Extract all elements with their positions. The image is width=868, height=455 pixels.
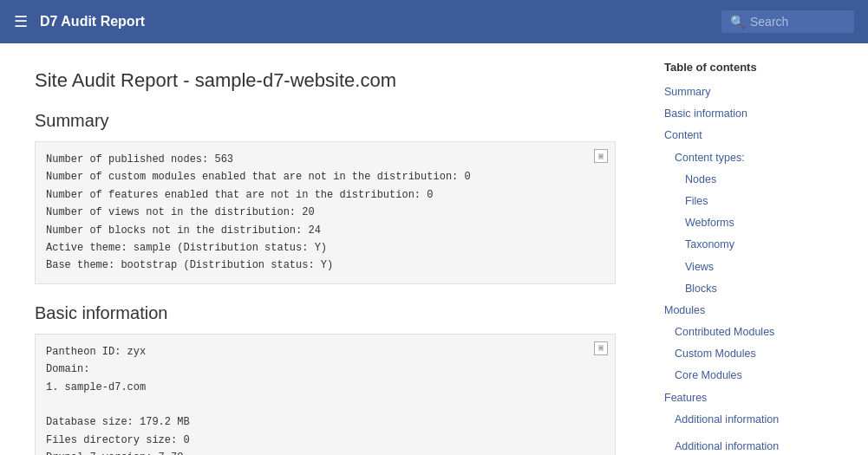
summary-line: Active theme: sample (Distribution statu… xyxy=(46,239,604,257)
search-icon: 🔍 xyxy=(730,15,745,29)
search-box[interactable]: 🔍 xyxy=(721,10,854,33)
toc-link[interactable]: Additional information xyxy=(675,413,779,426)
toc-title: Table of contents xyxy=(664,61,819,74)
toc-link[interactable]: Custom Modules xyxy=(675,348,756,360)
basic-info-heading: Basic information xyxy=(35,303,616,323)
copy-icon-summary[interactable]: ▣ xyxy=(594,149,608,163)
toc-item[interactable]: Webforms xyxy=(664,211,819,233)
page-title: Site Audit Report - sample-d7-website.co… xyxy=(35,69,616,92)
toc-item[interactable]: Summary xyxy=(664,81,819,102)
basic-info-line: Database size: 179.2 MB xyxy=(46,413,604,431)
page-body: Site Audit Report - sample-d7-website.co… xyxy=(0,43,868,455)
basic-info-line: 1. sample-d7.com xyxy=(46,379,604,396)
toc-list: SummaryBasic informationContentContent t… xyxy=(664,81,819,455)
summary-line: Number of views not in the distribution:… xyxy=(46,204,604,221)
main-content: Site Audit Report - sample-d7-website.co… xyxy=(0,43,650,455)
header: ☰ D7 Audit Report 🔍 xyxy=(0,0,868,43)
summary-line: Base theme: bootstrap (Distribution stat… xyxy=(46,257,604,274)
summary-line: Number of blocks not in the distribution… xyxy=(46,222,604,239)
basic-info-line: Pantheon ID: zyx xyxy=(46,343,604,361)
summary-box: ▣ Number of published nodes: 563Number o… xyxy=(35,141,616,284)
toc-item[interactable]: Modules xyxy=(664,299,819,321)
toc-item[interactable]: Custom Modules xyxy=(664,342,819,364)
toc-item[interactable]: Additional information xyxy=(664,408,819,430)
summary-line: Number of custom modules enabled that ar… xyxy=(46,168,604,185)
toc-link[interactable]: Contributed Modules xyxy=(675,326,774,338)
header-left: ☰ D7 Audit Report xyxy=(14,14,145,29)
basic-info-line xyxy=(46,396,604,413)
toc-item[interactable]: Features xyxy=(664,387,819,408)
search-input[interactable] xyxy=(750,15,845,29)
toc-item[interactable]: Basic information xyxy=(664,102,819,124)
toc-link[interactable]: Webforms xyxy=(685,217,734,229)
summary-line: Number of features enabled that are not … xyxy=(46,186,604,204)
toc-link[interactable]: Content xyxy=(664,129,702,141)
toc-link[interactable]: Core Modules xyxy=(675,369,742,381)
toc-link[interactable]: Features xyxy=(664,392,707,404)
copy-icon-basic[interactable]: ▣ xyxy=(594,341,608,355)
toc-item[interactable]: Files xyxy=(664,190,819,211)
toc-item[interactable]: Nodes xyxy=(664,168,819,190)
toc-link[interactable]: Nodes xyxy=(685,173,716,185)
toc-link[interactable]: Summary xyxy=(664,86,710,98)
sidebar-toc: Table of contents SummaryBasic informati… xyxy=(650,43,832,455)
toc-link[interactable]: Views xyxy=(685,261,714,273)
summary-heading: Summary xyxy=(35,111,616,131)
toc-item[interactable]: Content xyxy=(664,124,819,146)
toc-link[interactable]: Basic information xyxy=(664,107,747,120)
toc-item[interactable]: Taxonomy xyxy=(664,233,819,255)
basic-info-box: ▣ Pantheon ID: zyxDomain:1. sample-d7.co… xyxy=(35,334,616,455)
summary-lines: Number of published nodes: 563Number of … xyxy=(46,151,604,275)
toc-link[interactable]: Taxonomy xyxy=(685,238,734,250)
toc-item[interactable]: Additional information xyxy=(664,435,819,455)
toc-item[interactable]: Views xyxy=(664,256,819,277)
toc-item[interactable]: Content types: xyxy=(664,146,819,168)
basic-info-lines: Pantheon ID: zyxDomain:1. sample-d7.com … xyxy=(46,343,604,455)
toc-item[interactable]: Core Modules xyxy=(664,364,819,386)
basic-info-line: Domain: xyxy=(46,361,604,378)
header-title: D7 Audit Report xyxy=(40,14,145,29)
toc-link[interactable]: Files xyxy=(685,195,708,207)
basic-info-line: Files directory size: 0 xyxy=(46,432,604,449)
menu-icon[interactable]: ☰ xyxy=(14,14,28,29)
toc-link[interactable]: Modules xyxy=(664,304,705,316)
toc-link[interactable]: Blocks xyxy=(685,283,717,295)
summary-line: Number of published nodes: 563 xyxy=(46,151,604,168)
toc-link[interactable]: Content types: xyxy=(675,152,745,164)
toc-item[interactable]: Blocks xyxy=(664,277,819,299)
basic-info-line: Drupal 7 version: 7.70 xyxy=(46,449,604,455)
toc-item[interactable]: Contributed Modules xyxy=(664,321,819,342)
toc-link[interactable]: Additional information xyxy=(675,440,779,452)
